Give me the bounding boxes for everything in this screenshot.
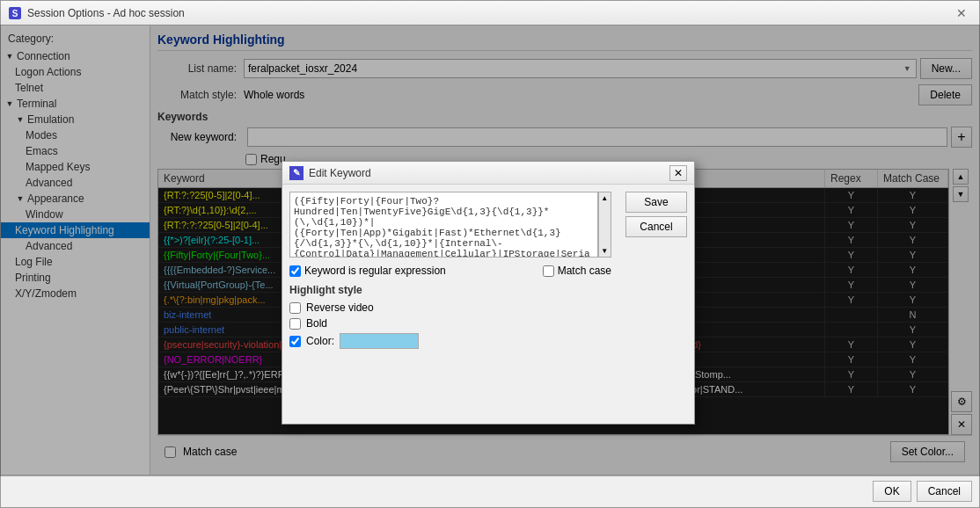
modal-title: Edit Keyword [309,167,669,179]
ok-cancel-bar: OK Cancel [1,475,979,507]
svg-text:S: S [12,9,18,18]
bold-option: Bold [289,317,611,330]
textarea-scrollbar: ▲ ▼ [598,192,611,258]
modal-save-button[interactable]: Save [625,192,687,213]
modal-close-button[interactable]: ✕ [669,165,687,181]
regex-option: Keyword is regular expression [289,265,446,277]
match-case-option: Match case [543,265,611,277]
textarea-scroll-down: ▼ [601,247,608,255]
title-bar: S Session Options - Ad hoc session ✕ [1,1,979,25]
window-close-button[interactable]: ✕ [951,4,972,22]
modal-match-case-checkbox[interactable] [543,265,554,277]
window-title: Session Options - Ad hoc session [27,7,951,19]
bold-label: Bold [306,317,327,330]
main-window: S Session Options - Ad hoc session ✕ Cat… [0,0,980,508]
modal-layout: ({Fifty|Forty|{Four|Two}?Hundred|Ten|Twe… [289,192,687,356]
ok-button[interactable]: OK [873,481,911,502]
reverse-video-option: Reverse video [289,301,611,314]
bold-checkbox[interactable] [289,318,301,330]
modal-overlay: ✎ Edit Keyword ✕ ({Fifty|Forty|{Four|Two… [0,25,980,476]
modal-buttons: Save Cancel [625,192,687,356]
modal-match-case-label: Match case [558,265,611,277]
color-swatch[interactable] [340,333,419,349]
color-option: Color: [289,333,611,349]
modal-options-row: Keyword is regular expression Match case [289,265,611,277]
app-icon: S [8,6,22,20]
modal-left: ({Fifty|Forty|{Four|Two}?Hundred|Ten|Twe… [289,192,611,356]
cancel-button[interactable]: Cancel [917,481,972,502]
keyword-text-area-container: ({Fifty|Forty|{Four|Two}?Hundred|Ten|Twe… [289,192,611,258]
highlight-style-section: Highlight style Reverse video Bold [289,284,611,349]
reverse-video-label: Reverse video [306,301,374,314]
edit-keyword-modal: ✎ Edit Keyword ✕ ({Fifty|Forty|{Four|Two… [282,161,695,425]
modal-body: ({Fifty|Forty|{Four|Two}?Hundred|Ten|Twe… [282,185,694,363]
modal-cancel-button[interactable]: Cancel [625,216,687,237]
color-label: Color: [306,335,334,347]
color-checkbox[interactable] [289,336,301,347]
textarea-scroll-up: ▲ [601,194,608,202]
keyword-textarea[interactable]: ({Fifty|Forty|{Four|Two}?Hundred|Ten|Twe… [289,192,598,258]
reverse-video-checkbox[interactable] [289,302,301,314]
modal-icon: ✎ [289,166,304,180]
modal-regex-label: Keyword is regular expression [304,265,446,277]
modal-regex-checkbox[interactable] [289,265,301,277]
modal-title-bar: ✎ Edit Keyword ✕ [282,162,694,185]
highlight-style-title: Highlight style [289,284,611,296]
